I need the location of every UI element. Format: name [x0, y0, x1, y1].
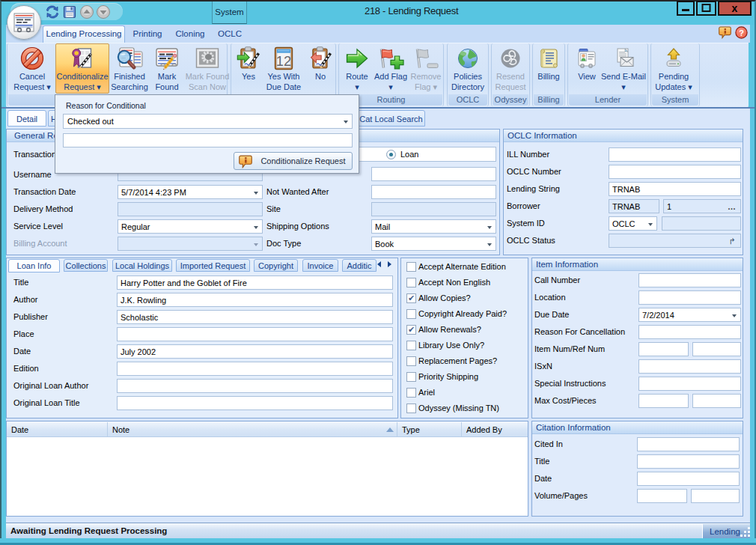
svg-text:?: ?: [739, 28, 744, 37]
svg-text:12: 12: [276, 53, 291, 69]
